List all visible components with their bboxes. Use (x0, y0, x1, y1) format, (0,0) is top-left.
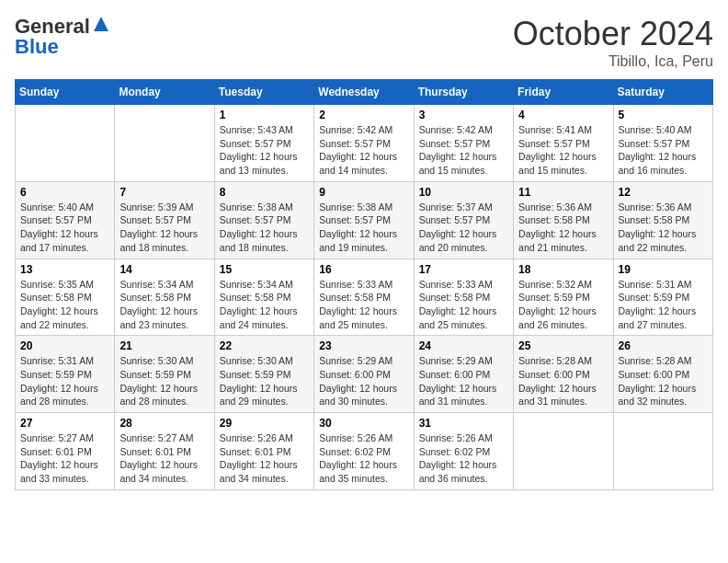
title-area: October 2024 Tibillo, Ica, Peru (513, 15, 713, 70)
day-number: 1 (220, 109, 309, 121)
day-info: Sunrise: 5:26 AMSunset: 6:01 PMDaylight:… (220, 431, 309, 486)
day-info: Sunrise: 5:33 AMSunset: 5:58 PMDaylight:… (419, 278, 508, 332)
day-number: 27 (20, 417, 109, 430)
svg-marker-0 (94, 17, 108, 31)
day-number: 21 (119, 339, 209, 352)
day-info: Sunrise: 5:26 AMSunset: 6:02 PMDaylight:… (419, 431, 508, 486)
day-info: Sunrise: 5:32 AMSunset: 5:59 PMDaylight:… (518, 278, 608, 332)
day-info: Sunrise: 5:36 AMSunset: 5:58 PMDaylight:… (518, 201, 608, 255)
calendar-cell: 10Sunrise: 5:37 AMSunset: 5:57 PMDayligh… (414, 181, 513, 259)
day-number: 23 (319, 339, 408, 352)
day-info: Sunrise: 5:28 AMSunset: 6:00 PMDaylight:… (518, 354, 608, 408)
day-info: Sunrise: 5:34 AMSunset: 5:58 PMDaylight:… (220, 278, 309, 332)
calendar-cell: 28Sunrise: 5:27 AMSunset: 6:01 PMDayligh… (115, 413, 214, 490)
day-number: 9 (319, 186, 408, 199)
day-info: Sunrise: 5:33 AMSunset: 5:58 PMDaylight:… (319, 278, 408, 332)
day-info: Sunrise: 5:30 AMSunset: 5:59 PMDaylight:… (220, 354, 309, 408)
calendar-cell: 8Sunrise: 5:38 AMSunset: 5:57 PMDaylight… (214, 181, 313, 259)
calendar-cell: 27Sunrise: 5:27 AMSunset: 6:01 PMDayligh… (16, 413, 115, 490)
calendar-cell: 5Sunrise: 5:40 AMSunset: 5:57 PMDaylight… (613, 105, 712, 182)
day-info: Sunrise: 5:40 AMSunset: 5:57 PMDaylight:… (20, 201, 109, 255)
month-title: October 2024 (513, 15, 713, 53)
calendar-cell: 9Sunrise: 5:38 AMSunset: 5:57 PMDaylight… (314, 181, 414, 259)
calendar-cell: 3Sunrise: 5:42 AMSunset: 5:57 PMDaylight… (414, 105, 513, 182)
day-number: 6 (20, 186, 109, 199)
day-info: Sunrise: 5:42 AMSunset: 5:57 PMDaylight:… (319, 123, 408, 178)
calendar-cell: 20Sunrise: 5:31 AMSunset: 5:59 PMDayligh… (16, 336, 115, 413)
day-number: 14 (119, 263, 209, 276)
calendar-cell: 6Sunrise: 5:40 AMSunset: 5:57 PMDaylight… (16, 181, 115, 259)
day-number: 15 (220, 263, 309, 276)
day-number: 19 (619, 263, 708, 276)
day-info: Sunrise: 5:26 AMSunset: 6:02 PMDaylight:… (319, 431, 408, 486)
calendar-week-2: 6Sunrise: 5:40 AMSunset: 5:57 PMDaylight… (16, 181, 713, 259)
calendar-cell: 25Sunrise: 5:28 AMSunset: 6:00 PMDayligh… (514, 336, 613, 413)
day-info: Sunrise: 5:39 AMSunset: 5:57 PMDaylight:… (119, 201, 209, 255)
day-info: Sunrise: 5:42 AMSunset: 5:57 PMDaylight:… (419, 123, 508, 178)
calendar-cell (613, 413, 712, 490)
day-number: 26 (619, 339, 708, 352)
day-number: 31 (419, 417, 508, 430)
day-number: 2 (319, 109, 408, 121)
calendar-body: 1Sunrise: 5:43 AMSunset: 5:57 PMDaylight… (16, 105, 713, 490)
calendar-cell: 2Sunrise: 5:42 AMSunset: 5:57 PMDaylight… (314, 105, 414, 182)
calendar-cell: 19Sunrise: 5:31 AMSunset: 5:59 PMDayligh… (613, 259, 712, 336)
day-number: 7 (119, 186, 209, 199)
calendar-cell: 14Sunrise: 5:34 AMSunset: 5:58 PMDayligh… (115, 259, 214, 336)
day-number: 10 (419, 186, 508, 199)
logo: General Blue (15, 15, 110, 57)
logo-icon (92, 15, 110, 33)
calendar-cell: 31Sunrise: 5:26 AMSunset: 6:02 PMDayligh… (414, 413, 513, 490)
day-info: Sunrise: 5:29 AMSunset: 6:00 PMDaylight:… (419, 354, 508, 408)
day-header-sunday: Sunday (16, 80, 115, 105)
day-number: 20 (20, 339, 109, 352)
calendar-cell: 24Sunrise: 5:29 AMSunset: 6:00 PMDayligh… (414, 336, 513, 413)
calendar-cell: 1Sunrise: 5:43 AMSunset: 5:57 PMDaylight… (214, 105, 313, 182)
calendar-cell: 16Sunrise: 5:33 AMSunset: 5:58 PMDayligh… (314, 259, 414, 336)
day-number: 3 (419, 109, 508, 121)
calendar-cell: 23Sunrise: 5:29 AMSunset: 6:00 PMDayligh… (314, 336, 414, 413)
calendar-cell: 15Sunrise: 5:34 AMSunset: 5:58 PMDayligh… (214, 259, 313, 336)
day-info: Sunrise: 5:35 AMSunset: 5:58 PMDaylight:… (20, 278, 109, 332)
calendar-cell: 11Sunrise: 5:36 AMSunset: 5:58 PMDayligh… (514, 181, 613, 259)
calendar-cell: 29Sunrise: 5:26 AMSunset: 6:01 PMDayligh… (214, 413, 313, 490)
calendar-cell (16, 105, 115, 182)
day-number: 30 (319, 417, 408, 430)
day-info: Sunrise: 5:37 AMSunset: 5:57 PMDaylight:… (419, 201, 508, 255)
calendar-cell: 13Sunrise: 5:35 AMSunset: 5:58 PMDayligh… (16, 259, 115, 336)
location: Tibillo, Ica, Peru (513, 53, 713, 70)
calendar-cell: 7Sunrise: 5:39 AMSunset: 5:57 PMDaylight… (115, 181, 214, 259)
day-number: 4 (518, 109, 608, 121)
day-header-monday: Monday (115, 80, 214, 105)
day-info: Sunrise: 5:40 AMSunset: 5:57 PMDaylight:… (619, 123, 708, 178)
day-info: Sunrise: 5:28 AMSunset: 6:00 PMDaylight:… (619, 354, 708, 408)
day-header-wednesday: Wednesday (314, 80, 414, 105)
day-number: 13 (20, 263, 109, 276)
calendar-cell: 22Sunrise: 5:30 AMSunset: 5:59 PMDayligh… (214, 336, 313, 413)
day-info: Sunrise: 5:27 AMSunset: 6:01 PMDaylight:… (20, 431, 109, 486)
day-info: Sunrise: 5:34 AMSunset: 5:58 PMDaylight:… (119, 278, 209, 332)
calendar-cell: 4Sunrise: 5:41 AMSunset: 5:57 PMDaylight… (514, 105, 613, 182)
day-number: 22 (220, 339, 309, 352)
day-header-saturday: Saturday (613, 80, 712, 105)
calendar-cell: 30Sunrise: 5:26 AMSunset: 6:02 PMDayligh… (314, 413, 414, 490)
day-info: Sunrise: 5:43 AMSunset: 5:57 PMDaylight:… (220, 123, 309, 178)
day-info: Sunrise: 5:31 AMSunset: 5:59 PMDaylight:… (20, 354, 109, 408)
day-header-tuesday: Tuesday (214, 80, 313, 105)
calendar-cell: 21Sunrise: 5:30 AMSunset: 5:59 PMDayligh… (115, 336, 214, 413)
day-info: Sunrise: 5:30 AMSunset: 5:59 PMDaylight:… (119, 354, 209, 408)
logo-blue-text: Blue (15, 35, 59, 58)
day-info: Sunrise: 5:41 AMSunset: 5:57 PMDaylight:… (518, 123, 608, 178)
day-info: Sunrise: 5:38 AMSunset: 5:57 PMDaylight:… (220, 201, 309, 255)
day-number: 12 (619, 186, 708, 199)
day-number: 17 (419, 263, 508, 276)
calendar-cell: 26Sunrise: 5:28 AMSunset: 6:00 PMDayligh… (613, 336, 712, 413)
day-info: Sunrise: 5:38 AMSunset: 5:57 PMDaylight:… (319, 201, 408, 255)
day-info: Sunrise: 5:36 AMSunset: 5:58 PMDaylight:… (619, 201, 708, 255)
day-number: 5 (619, 109, 708, 121)
day-info: Sunrise: 5:31 AMSunset: 5:59 PMDaylight:… (619, 278, 708, 332)
day-number: 29 (220, 417, 309, 430)
calendar-week-3: 13Sunrise: 5:35 AMSunset: 5:58 PMDayligh… (16, 259, 713, 336)
day-number: 16 (319, 263, 408, 276)
day-number: 24 (419, 339, 508, 352)
